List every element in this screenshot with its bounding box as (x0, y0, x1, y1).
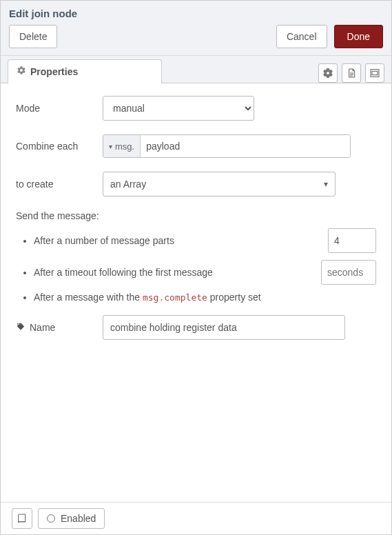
tab-label: Properties (30, 66, 78, 77)
tocreate-value: an Array (110, 179, 146, 190)
combine-type-selector[interactable]: ▾ msg. (103, 135, 141, 157)
caret-down-icon: ▾ (109, 143, 112, 150)
mode-select[interactable]: manual (103, 96, 254, 121)
combine-value-input[interactable] (141, 135, 350, 157)
after-complete-after: property set (207, 292, 261, 303)
gear-icon (17, 65, 26, 77)
chevron-down-icon: ▾ (324, 179, 328, 189)
tocreate-select[interactable]: an Array ▾ (103, 172, 336, 196)
delete-button[interactable]: Delete (9, 25, 57, 48)
appearance-icon-button[interactable] (365, 63, 384, 83)
combine-label: Combine each (16, 141, 103, 152)
svg-rect-1 (372, 71, 378, 74)
name-input[interactable] (103, 315, 345, 340)
combine-prefix: msg. (115, 141, 134, 152)
send-message-title: Send the message: (16, 210, 376, 221)
docs-icon-button[interactable] (342, 63, 361, 83)
enabled-toggle[interactable]: Enabled (38, 508, 105, 529)
rule-after-parts: After a number of message parts (34, 228, 376, 253)
name-label: Name (16, 322, 103, 334)
radio-icon (47, 514, 55, 523)
msg-complete-code: msg.complete (143, 292, 207, 303)
tocreate-label: to create (16, 179, 103, 190)
after-parts-text: After a number of message parts (34, 235, 322, 246)
cancel-button[interactable]: Cancel (276, 25, 327, 48)
after-timeout-input[interactable] (321, 260, 376, 285)
after-parts-input[interactable] (328, 228, 376, 253)
after-complete-before: After a message with the (34, 292, 143, 303)
combine-typed-input[interactable]: ▾ msg. (103, 134, 351, 158)
info-icon-button[interactable] (12, 508, 32, 529)
mode-label: Mode (16, 103, 103, 114)
done-button[interactable]: Done (334, 25, 383, 48)
tag-icon (16, 322, 25, 334)
settings-icon-button[interactable] (318, 63, 338, 83)
rule-after-complete: After a message with the msg.complete pr… (34, 292, 376, 303)
after-timeout-text: After a timeout following the first mess… (34, 267, 316, 278)
dialog-title: Edit join node (1, 1, 391, 22)
enabled-label: Enabled (61, 513, 96, 524)
tab-properties[interactable]: Properties (8, 59, 162, 83)
rule-after-timeout: After a timeout following the first mess… (34, 260, 376, 285)
